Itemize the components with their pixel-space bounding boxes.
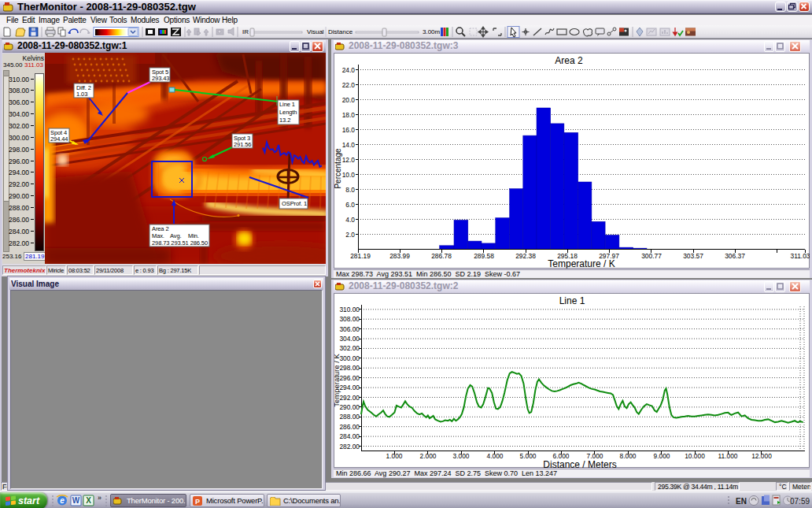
svg-text:Length: Length (279, 109, 297, 116)
svg-text:3.000: 3.000 (453, 452, 470, 460)
svg-text:291.56: 291.56 (234, 141, 251, 148)
svg-text:24.0: 24.0 (342, 66, 356, 74)
svg-text:10.0: 10.0 (342, 171, 356, 179)
svg-text:8.000: 8.000 (620, 452, 637, 460)
svg-text:303.57: 303.57 (683, 252, 703, 260)
svg-text:2.000: 2.000 (420, 452, 437, 460)
svg-text:289.58: 289.58 (474, 252, 494, 260)
svg-text:284.00: 284.00 (339, 432, 360, 440)
svg-text:1.03: 1.03 (76, 91, 87, 98)
svg-text:6.0: 6.0 (345, 201, 355, 209)
svg-text:302.00: 302.00 (339, 344, 360, 352)
svg-text:286.78: 286.78 (431, 252, 452, 260)
svg-text:294.44: 294.44 (50, 135, 68, 143)
svg-text:298.00: 298.00 (339, 364, 360, 372)
svg-text:Distance: Distance (328, 28, 353, 35)
svg-text:300.00: 300.00 (339, 354, 360, 362)
svg-text:1.000: 1.000 (386, 452, 403, 460)
svg-text:293.43: 293.43 (152, 75, 169, 82)
svg-text:298.73 293.51 286.50: 298.73 293.51 286.50 (152, 239, 208, 247)
svg-text:10.000: 10.000 (685, 452, 705, 460)
svg-text:Min.: Min. (188, 232, 199, 239)
svg-text:4.000: 4.000 (487, 452, 504, 460)
svg-text:3.00m: 3.00m (423, 28, 441, 35)
svg-text:281.19: 281.19 (350, 252, 371, 260)
svg-text:282.00: 282.00 (339, 443, 360, 451)
svg-text:Temperature / K: Temperature / K (548, 258, 615, 269)
svg-text:306.00: 306.00 (339, 325, 360, 333)
svg-text:8.0: 8.0 (345, 186, 355, 194)
svg-text:5.000: 5.000 (520, 452, 537, 460)
svg-text:300.77: 300.77 (641, 252, 662, 260)
svg-text:Line 1: Line 1 (559, 295, 585, 306)
svg-text:OSProf. 1: OSProf. 1 (282, 200, 307, 207)
svg-text:P: P (195, 498, 200, 506)
svg-text:X: X (86, 496, 91, 505)
svg-text:13.2: 13.2 (279, 117, 290, 124)
svg-text:311.03: 311.03 (791, 252, 810, 260)
svg-text:»: » (98, 494, 102, 502)
svg-text:288.00: 288.00 (339, 413, 360, 421)
svg-text:14.0: 14.0 (342, 141, 356, 149)
svg-text:EN: EN (736, 497, 747, 506)
svg-text:283.99: 283.99 (389, 252, 410, 260)
svg-text:W: W (72, 496, 80, 505)
svg-text:306.37: 306.37 (725, 252, 745, 260)
svg-text:294.00: 294.00 (339, 384, 360, 391)
svg-text:20.0: 20.0 (342, 96, 356, 104)
svg-text:286.00: 286.00 (339, 423, 360, 431)
svg-text:Temperature / K: Temperature / K (334, 354, 341, 407)
svg-text:4.0: 4.0 (345, 216, 355, 224)
svg-text:296.00: 296.00 (339, 374, 360, 382)
svg-text:292.00: 292.00 (339, 394, 360, 402)
svg-text:292.38: 292.38 (515, 252, 536, 260)
svg-text:9.000: 9.000 (654, 452, 670, 460)
svg-text:Avg.: Avg. (170, 232, 181, 239)
svg-text:Percentage: Percentage (334, 148, 342, 189)
svg-text:290.00: 290.00 (339, 403, 360, 411)
svg-text:Visual: Visual (307, 28, 324, 35)
svg-text:Area 2: Area 2 (152, 225, 169, 232)
svg-text:Area 2: Area 2 (555, 55, 583, 66)
svg-text:304.00: 304.00 (339, 335, 360, 343)
svg-text:12.0: 12.0 (342, 156, 356, 164)
svg-text:IR: IR (242, 28, 249, 35)
svg-text:12.000: 12.000 (751, 452, 772, 460)
svg-text:310.00: 310.00 (339, 306, 360, 313)
svg-text:16.0: 16.0 (342, 126, 356, 134)
svg-text:22.0: 22.0 (342, 81, 356, 89)
svg-text:2.0: 2.0 (345, 231, 355, 239)
svg-text:11.000: 11.000 (718, 452, 738, 460)
svg-text:07:59: 07:59 (790, 497, 810, 506)
svg-text:Max.: Max. (152, 232, 164, 239)
svg-text:308.00: 308.00 (339, 315, 360, 323)
svg-text:Line 1: Line 1 (279, 101, 295, 108)
svg-text:e: e (60, 496, 65, 505)
svg-text:18.0: 18.0 (342, 111, 356, 119)
